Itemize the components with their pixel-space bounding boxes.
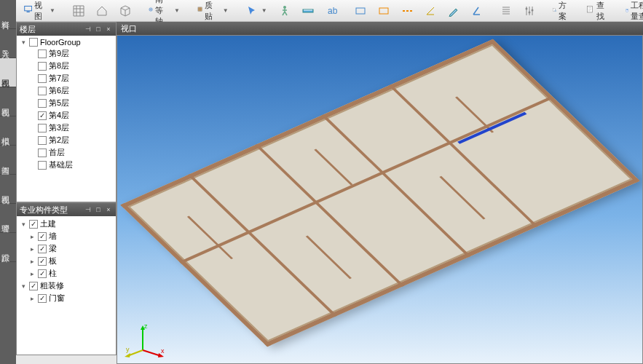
left-tab[interactable]: 导入 — [0, 29, 16, 58]
tool-b-button[interactable] — [373, 3, 395, 19]
pen-icon — [448, 5, 459, 17]
checkbox[interactable] — [38, 50, 47, 58]
arrow-tool-button[interactable]: ▼ — [241, 3, 272, 19]
search-button[interactable]: 查找 — [581, 0, 613, 24]
spacer — [28, 87, 36, 95]
chevron-down-icon: ▼ — [50, 7, 55, 14]
type-group-label: 粗装修 — [40, 280, 64, 291]
home-button[interactable] — [91, 3, 113, 19]
spacer — [28, 100, 36, 107]
type-group-label: 土建 — [40, 218, 56, 229]
type-item[interactable]: ▸板 — [18, 255, 114, 267]
viewport-header[interactable]: 视口 — [117, 22, 643, 35]
left-tab[interactable]: 视图 — [0, 175, 16, 204]
expand-icon[interactable]: ▸ — [28, 270, 36, 277]
maximize-icon[interactable]: □ — [94, 25, 103, 33]
angle2-button[interactable] — [466, 3, 488, 19]
viewport-3d[interactable]: z x y — [117, 35, 643, 364]
floor-item[interactable]: 首层 — [18, 146, 114, 159]
expand-icon[interactable]: ▸ — [28, 245, 36, 253]
texture-icon — [197, 5, 202, 17]
checkbox[interactable] — [38, 294, 47, 303]
svg-line-20 — [143, 350, 161, 356]
left-tab[interactable]: 跟踪 — [0, 233, 16, 262]
types-panel: 专业构件类型 ⊣ □ × ▾土建▸墙▸梁▸板▸柱▾粗装修▸门窗 — [16, 202, 117, 355]
tool-c-button[interactable] — [396, 3, 418, 19]
pin-icon[interactable]: ⊣ — [84, 205, 92, 214]
close-icon[interactable]: × — [104, 205, 113, 214]
floor-item[interactable]: 第5层 — [18, 97, 114, 109]
floor-item[interactable]: 第9层 — [18, 47, 114, 60]
checkbox[interactable] — [29, 38, 38, 47]
collapse-icon[interactable]: ▾ — [20, 221, 27, 228]
checkbox[interactable] — [38, 269, 47, 278]
text-icon: ab — [326, 5, 337, 17]
pen-button[interactable] — [443, 3, 465, 19]
floor-item[interactable]: 第6层 — [18, 84, 114, 97]
left-tab[interactable]: 查阅 — [0, 146, 16, 175]
type-item[interactable]: ▸门窗 — [18, 292, 114, 304]
type-item[interactable]: ▸柱 — [18, 267, 114, 280]
expand-icon[interactable]: ▸ — [28, 258, 36, 265]
checkbox[interactable] — [38, 62, 47, 71]
svg-text:ab: ab — [328, 6, 337, 16]
checkbox[interactable] — [38, 245, 47, 253]
angle-button[interactable] — [419, 3, 441, 19]
left-tab[interactable]: 资料 — [0, 0, 16, 29]
grid-button[interactable] — [68, 3, 90, 19]
pin-icon[interactable]: ⊣ — [84, 25, 92, 33]
type-group[interactable]: ▾土建 — [18, 218, 114, 230]
floor-item[interactable]: 第7层 — [18, 72, 114, 84]
checkbox[interactable] — [38, 111, 47, 120]
floor-label: 第5层 — [49, 98, 69, 108]
floor-item[interactable]: 基础层 — [18, 159, 114, 171]
search-label: 查找 — [596, 0, 608, 22]
floor-item[interactable]: 第2层 — [18, 134, 114, 146]
walk-button[interactable] — [274, 3, 296, 19]
bars-button[interactable] — [495, 3, 517, 19]
close-icon[interactable]: × — [104, 25, 113, 33]
expand-icon[interactable]: ▸ — [28, 233, 36, 240]
checkbox[interactable] — [38, 99, 47, 108]
view-button[interactable]: 视图 ▼ — [19, 0, 60, 24]
checkbox[interactable] — [38, 232, 47, 241]
floor-label: 第8层 — [49, 60, 69, 71]
left-tab[interactable]: 视图 — [0, 87, 16, 116]
checkbox[interactable] — [38, 161, 47, 170]
type-item[interactable]: ▸墙 — [18, 230, 114, 242]
left-tab[interactable]: 模拟 — [0, 116, 16, 146]
floor-item[interactable]: 第8层 — [18, 60, 114, 72]
svg-rect-7 — [356, 8, 365, 14]
floor-item[interactable]: 第3层 — [18, 122, 114, 134]
checkbox[interactable] — [38, 257, 47, 266]
checkbox[interactable] — [38, 149, 47, 157]
expand-icon[interactable]: ▸ — [28, 295, 36, 302]
tree-root[interactable]: ▾ FloorGroup — [18, 37, 114, 47]
cube-button[interactable] — [114, 3, 136, 19]
axis-compass[interactable]: z x y — [125, 321, 168, 357]
building-model[interactable] — [120, 39, 639, 347]
checkbox[interactable] — [38, 124, 47, 132]
maximize-icon[interactable]: □ — [94, 205, 103, 214]
sliders-button[interactable] — [518, 3, 540, 19]
checkbox[interactable] — [38, 74, 47, 83]
floor-label: 第9层 — [49, 48, 69, 59]
checkbox[interactable] — [38, 136, 47, 145]
collapse-icon[interactable]: ▾ — [20, 39, 27, 46]
checkbox[interactable] — [38, 87, 47, 95]
types-panel-header[interactable]: 专业构件类型 ⊣ □ × — [17, 203, 116, 216]
measure-button[interactable] — [297, 3, 319, 19]
svg-point-9 — [525, 7, 527, 9]
tool-a-button[interactable] — [350, 3, 371, 19]
text-button[interactable]: ab — [320, 3, 342, 19]
floors-panel-header[interactable]: 楼层 ⊣ □ × — [17, 23, 116, 36]
checkbox[interactable] — [29, 220, 38, 229]
collapse-icon[interactable]: ▾ — [20, 282, 27, 290]
type-item[interactable]: ▸梁 — [18, 242, 114, 255]
left-tab[interactable]: 管理 — [0, 204, 16, 233]
type-group[interactable]: ▾粗装修 — [18, 280, 114, 292]
tree-root-label: FloorGroup — [40, 38, 81, 47]
checkbox[interactable] — [29, 282, 38, 290]
floor-item[interactable]: 第4层 — [18, 109, 114, 122]
left-tab[interactable]: 视图 — [0, 58, 16, 87]
